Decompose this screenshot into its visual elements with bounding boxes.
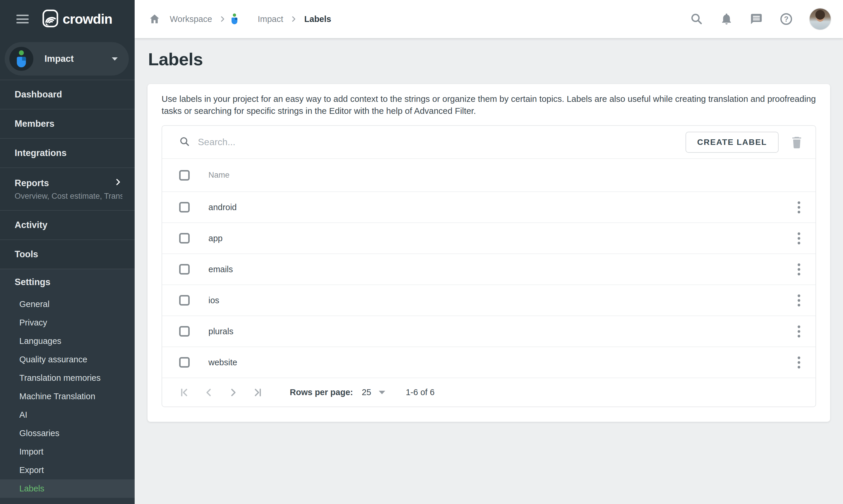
sidebar-item-members[interactable]: Members <box>0 109 134 138</box>
table-header: Name <box>162 159 815 192</box>
search-icon[interactable] <box>689 12 704 26</box>
chevron-down-icon <box>379 391 385 394</box>
sidebar-item-machine-translation[interactable]: Machine Translation <box>0 387 134 406</box>
next-page-icon[interactable] <box>227 386 240 399</box>
row-checkbox[interactable] <box>179 202 190 213</box>
chat-icon[interactable] <box>749 12 764 26</box>
label-name: app <box>209 234 222 243</box>
sidebar-item-glossaries[interactable]: Glossaries <box>0 424 134 443</box>
previous-page-icon[interactable] <box>202 386 215 399</box>
create-label-button[interactable]: CREATE LABEL <box>685 132 778 153</box>
sidebar-item-translation-memories[interactable]: Translation memories <box>0 369 134 387</box>
pagination-range: 1-6 of 6 <box>406 388 434 397</box>
row-checkbox[interactable] <box>179 233 190 244</box>
last-page-icon[interactable] <box>251 386 265 399</box>
first-page-icon[interactable] <box>177 386 191 399</box>
row-checkbox[interactable] <box>179 295 190 306</box>
topbar: Workspace Impact Labels <box>134 0 843 38</box>
breadcrumb-project-name: Impact <box>258 14 283 24</box>
labels-card: Use labels in your project for an easy w… <box>147 84 830 422</box>
app: crowdin Impact Dashboard Members Integra… <box>0 0 843 504</box>
kebab-menu-icon[interactable] <box>795 292 803 309</box>
main: Workspace Impact Labels <box>134 0 843 504</box>
kebab-menu-icon[interactable] <box>795 354 803 371</box>
page-title: Labels <box>148 49 830 69</box>
label-name: ios <box>209 295 219 305</box>
breadcrumb-project[interactable]: Impact <box>234 12 283 26</box>
sidebar-item-integrations[interactable]: Integrations <box>0 138 134 167</box>
breadcrumb-current: Labels <box>304 14 331 24</box>
sidebar-item-export[interactable]: Export <box>0 461 134 480</box>
table-row: app <box>162 223 815 254</box>
crowdin-logo-icon <box>42 10 58 29</box>
kebab-menu-icon[interactable] <box>795 230 803 247</box>
row-checkbox[interactable] <box>179 326 190 337</box>
sidebar-item-reports[interactable]: Reports Overview, Cost estimate, Transl… <box>0 167 134 210</box>
sidebar-item-import[interactable]: Import <box>0 443 134 461</box>
user-avatar[interactable] <box>809 8 831 30</box>
home-icon[interactable] <box>147 12 162 26</box>
table-row: android <box>162 192 815 223</box>
chevron-right-icon <box>219 15 226 23</box>
label-name: emails <box>209 265 233 274</box>
sidebar-item-dashboard[interactable]: Dashboard <box>0 79 134 109</box>
pagination: Rows per page: 25 1-6 of 6 <box>162 378 815 407</box>
table-row: plurals <box>162 316 815 347</box>
page-description: Use labels in your project for an easy w… <box>162 93 816 117</box>
breadcrumb: Workspace Impact Labels <box>147 12 331 26</box>
select-all-checkbox[interactable] <box>179 170 190 181</box>
sidebar-item-ai[interactable]: AI <box>0 406 134 424</box>
sidebar-item-tools[interactable]: Tools <box>0 239 134 269</box>
svg-text:?: ? <box>784 15 788 23</box>
label-name: website <box>209 358 237 367</box>
trash-icon[interactable] <box>791 136 803 149</box>
topbar-actions: ? <box>689 8 831 30</box>
rows-per-page-label: Rows per page: <box>290 388 353 397</box>
sidebar-item-activity[interactable]: Activity <box>0 210 134 239</box>
column-header-name: Name <box>209 170 230 180</box>
crowdin-logo[interactable]: crowdin <box>42 10 112 29</box>
label-name: plurals <box>209 327 233 336</box>
sidebar-item-general[interactable]: General <box>0 295 134 313</box>
row-checkbox[interactable] <box>179 357 190 367</box>
sidebar: crowdin Impact Dashboard Members Integra… <box>0 0 134 504</box>
chevron-right-icon <box>290 15 298 23</box>
sidebar-nav: Dashboard Members Integrations Reports O… <box>0 79 134 269</box>
menu-icon[interactable] <box>16 15 29 23</box>
sidebar-item-languages[interactable]: Languages <box>0 332 134 350</box>
row-checkbox[interactable] <box>179 264 190 274</box>
kebab-menu-icon[interactable] <box>795 261 803 278</box>
project-name: Impact <box>44 54 74 64</box>
sidebar-item-privacy[interactable]: Privacy <box>0 313 134 332</box>
table-row: website <box>162 347 815 378</box>
table-row: ios <box>162 285 815 316</box>
labels-table: CREATE LABEL Name android <box>162 125 816 407</box>
chevron-right-icon <box>113 178 122 189</box>
kebab-menu-icon[interactable] <box>795 323 803 340</box>
table-row: emails <box>162 254 815 285</box>
table-toolbar: CREATE LABEL <box>162 126 815 159</box>
sidebar-item-quality-assurance[interactable]: Quality assurance <box>0 350 134 369</box>
bell-icon[interactable] <box>719 12 734 26</box>
rows-per-page-value: 25 <box>362 388 371 397</box>
chevron-down-icon <box>112 57 118 60</box>
sidebar-item-reports-subtitle: Overview, Cost estimate, Transl… <box>15 192 122 201</box>
sidebar-settings-section: Settings General Privacy Languages Quali… <box>0 269 134 504</box>
breadcrumb-workspace[interactable]: Workspace <box>170 14 212 24</box>
search-input[interactable] <box>198 137 685 147</box>
project-avatar <box>10 47 33 71</box>
crowdin-wordmark: crowdin <box>62 11 112 27</box>
sidebar-item-labels[interactable]: Labels <box>0 480 134 498</box>
project-switcher[interactable]: Impact <box>5 42 129 75</box>
sidebar-header: crowdin <box>0 0 134 38</box>
kebab-menu-icon[interactable] <box>795 199 803 216</box>
sidebar-item-settings[interactable]: Settings <box>0 269 134 295</box>
label-name: android <box>209 202 237 212</box>
help-icon[interactable]: ? <box>779 12 793 26</box>
project-avatar <box>234 12 250 26</box>
content: Labels Use labels in your project for an… <box>134 38 843 504</box>
rows-per-page-select[interactable]: 25 <box>362 388 385 397</box>
search-icon <box>179 136 190 148</box>
